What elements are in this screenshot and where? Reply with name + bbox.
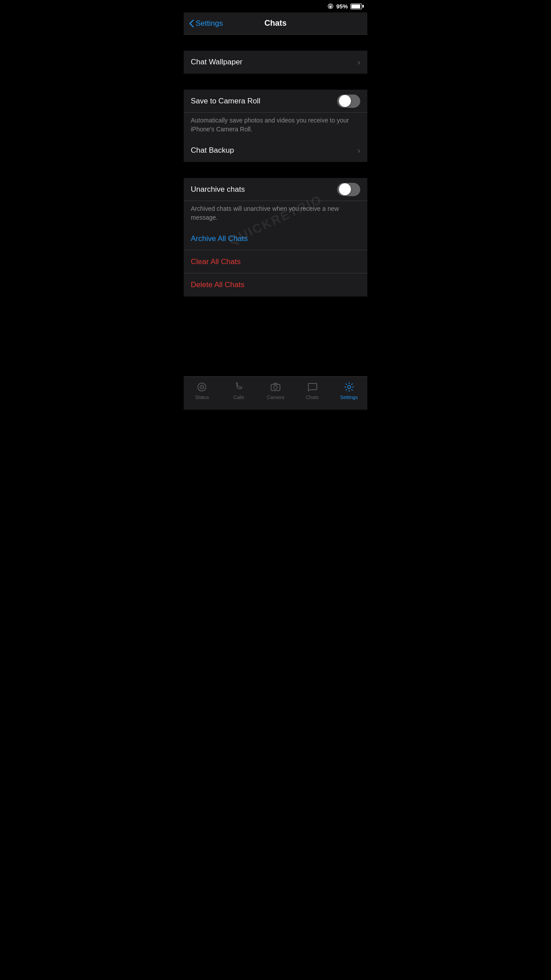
archive-all-label: Archive All Chats	[191, 234, 248, 243]
media-section: Save to Camera Roll Automatically save p…	[184, 90, 367, 162]
page-title: Chats	[264, 19, 287, 28]
save-camera-roll-toggle[interactable]	[337, 95, 360, 108]
tab-status[interactable]: Status	[184, 381, 220, 400]
save-camera-roll-desc-text: Automatically save photos and videos you…	[191, 116, 360, 134]
spacer-1	[184, 74, 367, 90]
battery-icon	[350, 4, 362, 9]
save-camera-roll-label: Save to Camera Roll	[191, 97, 260, 106]
status-icon	[196, 381, 208, 393]
back-button[interactable]: Settings	[189, 19, 223, 28]
save-camera-roll-description: Automatically save photos and videos you…	[184, 113, 367, 139]
archive-section: Unarchive chats Archived chats will unar…	[184, 178, 367, 296]
calls-icon	[233, 381, 244, 393]
camera-icon	[270, 381, 281, 393]
lock-icon	[327, 3, 334, 9]
calls-tab-label: Calls	[233, 395, 244, 400]
svg-point-4	[201, 387, 202, 387]
chat-backup-row[interactable]: Chat Backup ›	[184, 139, 367, 162]
tab-bar: Status Calls Camera	[184, 376, 367, 410]
status-bar: 95%	[184, 0, 367, 12]
unarchive-description: Archived chats will unarchive when you r…	[184, 201, 367, 227]
unarchive-label: Unarchive chats	[191, 185, 245, 194]
chat-wallpaper-chevron: ›	[358, 58, 360, 67]
chat-wallpaper-row[interactable]: Chat Wallpaper ›	[184, 51, 367, 74]
unarchive-toggle-thumb	[339, 183, 351, 195]
nav-header: Settings Chats	[184, 12, 367, 35]
top-spacer	[184, 35, 367, 51]
camera-tab-label: Camera	[267, 395, 284, 400]
spacer-2	[184, 162, 367, 178]
chat-backup-label: Chat Backup	[191, 146, 234, 155]
tab-calls[interactable]: Calls	[220, 381, 257, 400]
status-tab-label: Status	[195, 395, 209, 400]
delete-all-row[interactable]: Delete All Chats	[184, 273, 367, 296]
svg-point-6	[274, 386, 277, 389]
chats-icon	[307, 381, 318, 393]
battery-percentage: 95%	[336, 3, 348, 10]
archive-all-row[interactable]: Archive All Chats	[184, 227, 367, 250]
svg-rect-5	[271, 384, 280, 391]
unarchive-toggle[interactable]	[337, 183, 360, 196]
clear-all-row[interactable]: Clear All Chats	[184, 250, 367, 273]
unarchive-desc-text: Archived chats will unarchive when you r…	[191, 205, 360, 222]
chat-backup-chevron: ›	[358, 146, 360, 155]
display-section: Chat Wallpaper ›	[184, 51, 367, 74]
chats-tab-label: Chats	[306, 395, 319, 400]
save-camera-roll-row[interactable]: Save to Camera Roll	[184, 90, 367, 113]
bottom-spacer	[184, 296, 367, 376]
tab-camera[interactable]: Camera	[257, 381, 294, 400]
svg-rect-1	[329, 6, 331, 8]
settings-tab-icon	[343, 381, 355, 393]
toggle-thumb	[339, 95, 351, 107]
settings-tab-label: Settings	[340, 395, 358, 400]
unarchive-row[interactable]: Unarchive chats	[184, 178, 367, 201]
tab-settings[interactable]: Settings	[331, 381, 367, 400]
chat-wallpaper-label: Chat Wallpaper	[191, 58, 243, 67]
svg-point-7	[347, 386, 350, 389]
tab-chats[interactable]: Chats	[294, 381, 331, 400]
content-area: Chat Wallpaper › Save to Camera Roll Aut…	[184, 35, 367, 376]
clear-all-label: Clear All Chats	[191, 257, 240, 266]
back-label: Settings	[196, 19, 223, 28]
delete-all-label: Delete All Chats	[191, 281, 244, 289]
